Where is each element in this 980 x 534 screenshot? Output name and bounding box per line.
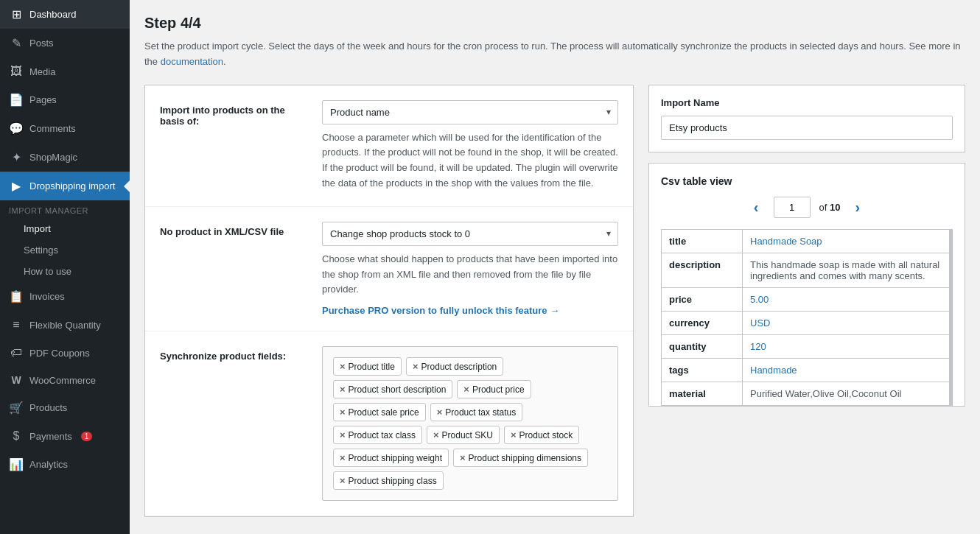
tag-label: Product tax status: [445, 407, 516, 418]
tag-item[interactable]: ×Product tax status: [430, 403, 523, 421]
sidebar-item-products[interactable]: 🛒 Products: [0, 393, 130, 422]
sidebar-item-pages[interactable]: 📄 Pages: [0, 85, 130, 114]
tag-remove-icon[interactable]: ×: [433, 429, 439, 440]
main-content: Step 4/4 Set the product import cycle. S…: [130, 0, 980, 534]
tag-remove-icon[interactable]: ×: [511, 429, 517, 440]
tag-remove-icon[interactable]: ×: [340, 429, 346, 440]
media-icon: 🖼: [9, 65, 24, 78]
sidebar-item-label: Media: [29, 66, 55, 77]
tag-item[interactable]: ×Product stock: [504, 426, 579, 444]
tags-container: ×Product title×Product description×Produ…: [322, 346, 618, 501]
sidebar-item-dashboard[interactable]: ⊞ Dashboard: [0, 0, 130, 29]
sidebar-item-payments[interactable]: $ Payments 1: [0, 422, 130, 450]
csv-cell-value: 120: [743, 334, 950, 358]
tag-label: Product shipping class: [349, 476, 437, 486]
import-name-box: Import Name: [648, 85, 965, 152]
csv-cell-value: Handmade Soap: [743, 229, 950, 253]
tag-remove-icon[interactable]: ×: [340, 384, 346, 395]
tag-item[interactable]: ×Product price: [457, 380, 531, 398]
posts-icon: ✎: [9, 36, 24, 50]
csv-cell-key: description: [662, 253, 743, 287]
table-row: currency USD: [662, 311, 950, 334]
sync-label: Synchronize product fields:: [160, 346, 307, 362]
sidebar-item-label: Dropshipping import: [29, 180, 115, 192]
csv-cell-key: tags: [662, 358, 743, 382]
sidebar-item-label: Pages: [29, 94, 57, 105]
no-product-select-wrapper: Change shop products stock to 0 Do nothi…: [322, 222, 618, 246]
csv-title: Csv table view: [661, 175, 953, 187]
tag-remove-icon[interactable]: ×: [437, 407, 443, 418]
sidebar-item-label: PDF Coupons: [29, 348, 90, 359]
tag-item[interactable]: ×Product shipping dimensions: [453, 449, 588, 467]
import-name-input[interactable]: [661, 116, 953, 140]
tag-label: Product shipping dimensions: [469, 453, 581, 463]
page-description: Set the product import cycle. Select the…: [144, 39, 965, 70]
no-product-label: No product in XML/CSV file: [160, 222, 307, 237]
tag-item[interactable]: ×Product shipping class: [333, 471, 444, 490]
sidebar-item-pdf-coupons[interactable]: 🏷 PDF Coupons: [0, 339, 130, 367]
csv-page-input[interactable]: [774, 197, 811, 218]
csv-table-wrapper: title Handmade Soap description This han…: [661, 229, 953, 406]
tag-remove-icon[interactable]: ×: [463, 384, 469, 395]
tag-label: Product title: [349, 362, 395, 372]
tag-remove-icon[interactable]: ×: [340, 452, 346, 463]
basis-hint: Choose a parameter which will be used fo…: [322, 130, 618, 192]
sidebar-item-analytics[interactable]: 📊 Analytics: [0, 450, 130, 479]
purchase-link[interactable]: Purchase PRO version to fully unlock thi…: [322, 305, 559, 316]
tag-label: Product price: [472, 384, 525, 395]
woocommerce-icon: W: [9, 374, 24, 386]
csv-cell-key: title: [662, 229, 743, 253]
csv-cell-key: currency: [662, 311, 743, 334]
payments-badge: 1: [81, 432, 93, 441]
sidebar-sub-how-to-use[interactable]: How to use: [0, 261, 130, 282]
sidebar-item-label: Dashboard: [29, 9, 77, 20]
tag-remove-icon[interactable]: ×: [460, 452, 466, 463]
dropshipping-icon: ▶: [9, 179, 24, 193]
csv-next-button[interactable]: ›: [849, 196, 866, 219]
tag-item[interactable]: ×Product sale price: [333, 403, 426, 421]
tag-remove-icon[interactable]: ×: [340, 407, 346, 418]
sidebar-sub-import[interactable]: Import: [0, 218, 130, 239]
tag-item[interactable]: ×Product short description: [333, 380, 452, 398]
sidebar-item-shopmagic[interactable]: ✦ ShopMagic: [0, 143, 130, 172]
no-product-hint: Choose what should happen to products th…: [322, 252, 618, 298]
documentation-link[interactable]: documentation: [161, 56, 223, 67]
form-panel: Import into products on the basis of: Pr…: [144, 85, 634, 518]
sidebar-item-label: Comments: [29, 123, 76, 134]
tag-remove-icon[interactable]: ×: [413, 361, 419, 372]
products-icon: 🛒: [9, 401, 24, 415]
basis-select[interactable]: Product name SKU ID: [322, 100, 618, 124]
no-product-field: Change shop products stock to 0 Do nothi…: [322, 222, 618, 316]
tag-remove-icon[interactable]: ×: [340, 475, 346, 486]
table-row: tags Handmade: [662, 358, 950, 382]
sidebar-item-label: Payments: [29, 431, 72, 442]
tag-item[interactable]: ×Product title: [333, 357, 402, 376]
page-title: Step 4/4: [144, 15, 965, 32]
sidebar-sub-settings[interactable]: Settings: [0, 239, 130, 261]
tag-item[interactable]: ×Product description: [406, 357, 503, 376]
sidebar-item-woocommerce[interactable]: W WooCommerce: [0, 367, 130, 393]
basis-label: Import into products on the basis of:: [160, 100, 307, 127]
import-manager-section: Import Manager: [0, 200, 130, 218]
sidebar-item-media[interactable]: 🖼 Media: [0, 57, 130, 85]
sidebar-item-flexible-quantity[interactable]: ≡ Flexible Quantity: [0, 311, 130, 339]
sidebar-item-label: Invoices: [29, 291, 65, 302]
tag-item[interactable]: ×Product shipping weight: [333, 449, 449, 467]
csv-nav: ‹ of 10 ›: [661, 196, 953, 219]
no-product-select[interactable]: Change shop products stock to 0 Do nothi…: [322, 222, 618, 246]
tag-remove-icon[interactable]: ×: [340, 361, 346, 372]
csv-prev-button[interactable]: ‹: [748, 196, 765, 219]
csv-table: title Handmade Soap description This han…: [661, 229, 950, 406]
sidebar-item-posts[interactable]: ✎ Posts: [0, 29, 130, 57]
csv-cell-value: Handmade: [743, 358, 950, 382]
csv-cell-value: USD: [743, 311, 950, 334]
tag-item[interactable]: ×Product SKU: [427, 426, 500, 444]
tag-item[interactable]: ×Product tax class: [333, 426, 422, 444]
sidebar-item-comments[interactable]: 💬 Comments: [0, 114, 130, 143]
tag-label: Product sale price: [349, 407, 419, 418]
sidebar-item-label: Flexible Quantity: [29, 320, 101, 331]
csv-box: Csv table view ‹ of 10 › title Handmade …: [648, 163, 965, 407]
sidebar-item-invoices[interactable]: 📋 Invoices: [0, 282, 130, 311]
basis-row: Import into products on the basis of: Pr…: [145, 85, 633, 207]
sidebar-item-dropshipping[interactable]: ▶ Dropshipping import: [0, 172, 130, 200]
